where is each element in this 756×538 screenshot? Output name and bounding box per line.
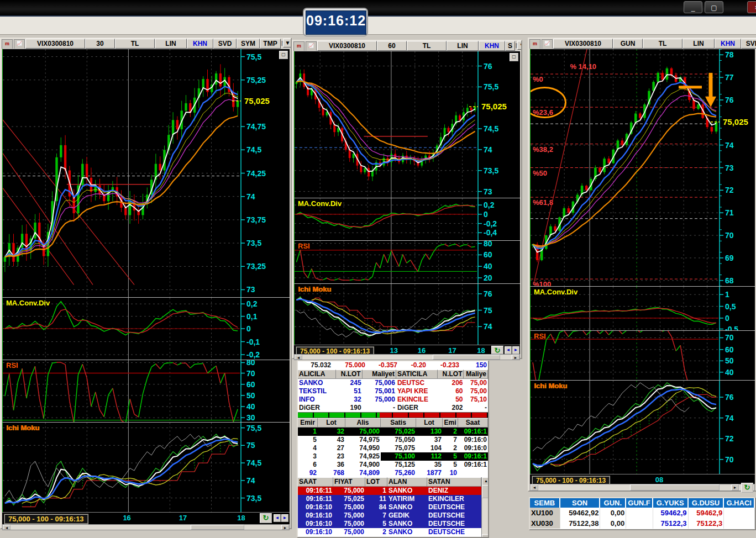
- scrollbar-right-arrow[interactable]: ►: [281, 525, 289, 530]
- depth-row[interactable]: 63674,90075,12535509:16:1: [298, 461, 488, 469]
- quote-cell: 59462,9: [653, 508, 689, 518]
- depth-row[interactable]: 13275,00075,025130209:16:1: [298, 428, 488, 436]
- quote-row-xu100[interactable]: XU10059462,920,0059462,959462,9: [530, 508, 755, 518]
- close-window-button[interactable]: ×: [747, 1, 756, 13]
- trades-scrollbar[interactable]: ▲ ▼: [481, 477, 489, 538]
- price-chart-pane[interactable]: ▢7675,574,57473,57375,025: [294, 51, 520, 198]
- rsi-pane[interactable]: 70605040RSI: [530, 330, 755, 380]
- symbol-button[interactable]: VIX0300810: [553, 39, 613, 49]
- trade-row[interactable]: 09:16:1075,0005SANKODEUTSCHE: [298, 520, 481, 528]
- period-button[interactable]: 30: [85, 39, 115, 49]
- toolbar-button-lin[interactable]: LIN: [447, 41, 479, 51]
- broker-row[interactable]: INFO3275,000EKINCILE5075,10: [298, 395, 488, 404]
- depth-cell: 112: [416, 452, 443, 461]
- dropdown-button[interactable]: ▼: [517, 41, 521, 50]
- refresh-button[interactable]: ↻: [260, 513, 272, 523]
- refresh-button[interactable]: ↻: [741, 483, 753, 493]
- scrollbar-thumb[interactable]: [191, 525, 244, 530]
- scrollbar-up-arrow[interactable]: ▲: [482, 477, 489, 486]
- trade-cell: 09:16:11: [298, 495, 333, 503]
- scroll-left-button[interactable]: ◄: [505, 346, 512, 354]
- svg-text:73,75: 73,75: [246, 215, 266, 224]
- symbol-button[interactable]: VIX0300810: [317, 41, 377, 51]
- svg-text:73: 73: [246, 285, 255, 294]
- quote-header-son[interactable]: SON: [560, 498, 601, 508]
- minimize-window-button[interactable]: _: [684, 1, 702, 13]
- toolbar-button-tl[interactable]: TL: [115, 39, 155, 49]
- window-titlebar[interactable]: m📈VIX030081060TLLINKHNSmatriks▼_▢×: [293, 41, 521, 51]
- quote-row-xu030[interactable]: XU03075122,380,0075122,375122,3: [530, 518, 755, 529]
- trade-row[interactable]: 09:16:1075,0007GEDIKDEUTSCHE: [298, 511, 481, 520]
- scrollbar-thumb[interactable]: [482, 485, 489, 498]
- toolbar-button-khn[interactable]: KHN: [479, 41, 505, 51]
- toolbar-button-svd[interactable]: SVD: [741, 39, 756, 49]
- quote-header-gun.[interactable]: GUN.: [600, 498, 626, 508]
- refresh-button[interactable]: ↻: [491, 346, 503, 354]
- scrollbar-right-arrow[interactable]: ►: [731, 484, 739, 490]
- toolbar-button-svd[interactable]: SVD: [213, 39, 237, 49]
- toolbar-button-khn[interactable]: KHN: [187, 39, 213, 49]
- period-button[interactable]: GUN: [613, 39, 643, 49]
- trade-row[interactable]: 09:16:1075,0002SANKODEUTSCHE: [298, 528, 481, 536]
- broker-row[interactable]: DiGER190-DiGER202-: [298, 404, 488, 412]
- toolbar-button-khn[interactable]: KHN: [715, 39, 741, 49]
- scrollbar-left-arrow[interactable]: ◄: [295, 355, 302, 360]
- quote-header-g.haci[interactable]: G.HACI: [724, 498, 755, 508]
- macd-pane[interactable]: 0,20,10-0,1-0,2MA.Conv.Div: [2, 297, 290, 360]
- scrollbar-thumb[interactable]: [630, 484, 720, 490]
- toolbar-button-s[interactable]: S: [505, 41, 515, 51]
- depth-row[interactable]: 32374,92575,100112509:16:1: [298, 452, 488, 461]
- period-button[interactable]: 60: [377, 41, 407, 51]
- depth-row[interactable]: 42774,95075,075104209:16:0: [298, 444, 488, 452]
- toolbar-button-sym[interactable]: SYM: [237, 39, 260, 49]
- macd-pane[interactable]: 0,20-0,2-0,4MA.Conv.Div: [294, 198, 520, 240]
- svg-text:75,025: 75,025: [723, 117, 748, 126]
- scroll-left-button[interactable]: ◄: [274, 514, 281, 522]
- scrollbar-left-arrow[interactable]: ◄: [3, 525, 11, 530]
- symbol-button[interactable]: VIX0300810: [25, 39, 85, 49]
- quote-header-semb[interactable]: SEMB: [530, 498, 560, 508]
- maximize-window-button[interactable]: ▢: [705, 1, 723, 13]
- trade-row[interactable]: 09:16:1175,0001SANKODENIZ: [298, 487, 481, 495]
- toolbar-button-lin[interactable]: LIN: [683, 39, 715, 49]
- depth-row[interactable]: 54374,97575,05037709:16:0: [298, 436, 488, 444]
- price-chart-pane[interactable]: %0%23,6%38,2%50%61,8%100% 14,10787776747…: [530, 49, 755, 286]
- horizontal-scrollbar[interactable]: ◄ ►: [2, 524, 290, 530]
- quote-header-g.dusu[interactable]: G.DUSU: [689, 498, 725, 508]
- macd-pane[interactable]: 10,50-0,5MA.Conv.Div: [530, 286, 755, 330]
- broker-header: N.LOT: [438, 370, 464, 379]
- toolbar-button-tl[interactable]: TL: [407, 41, 447, 51]
- quote-header-gun.f[interactable]: GUN.F: [626, 498, 653, 508]
- dropdown-button[interactable]: ▼: [283, 39, 291, 48]
- scrollbar-left-arrow[interactable]: ◄: [531, 484, 538, 490]
- horizontal-scrollbar[interactable]: ◄ ► ↻: [530, 484, 755, 491]
- ichimoku-pane[interactable]: 76747270Ichi Moku: [530, 380, 755, 474]
- toolbar-button-lin[interactable]: LIN: [155, 39, 187, 49]
- toolbar-button-tmp[interactable]: TMP: [260, 39, 281, 49]
- scrollbar-thumb[interactable]: [433, 355, 500, 360]
- quote-header-g.yuks[interactable]: G.YUKS: [653, 498, 689, 508]
- scroll-right-button[interactable]: ►: [281, 514, 288, 522]
- scrollbar-right-arrow[interactable]: ►: [512, 355, 519, 360]
- rsi-pane[interactable]: 807060504030RSI: [2, 360, 290, 422]
- ichimoku-pane[interactable]: 767574Ichi Moku: [294, 283, 520, 345]
- depth-cell: 27: [318, 444, 345, 452]
- trade-row[interactable]: 09:16:1075,00084SANKODEUTSCHE: [298, 503, 481, 511]
- broker-row[interactable]: TEKSTIL5175,001YAPI KRE6075,00: [298, 387, 488, 395]
- window-titlebar[interactable]: m📈VIX030081030TLLINKHNSVDSYMTMPmatriks▼_…: [1, 39, 291, 49]
- trade-row[interactable]: 09:16:1175,02511YATIRIMEKINCILER: [298, 495, 481, 503]
- restore-icon[interactable]: ▢: [279, 51, 288, 59]
- scrollbar-down-arrow[interactable]: ▼: [482, 534, 489, 538]
- scroll-right-button[interactable]: ►: [512, 346, 519, 354]
- trade-cell: EKINCILER: [427, 495, 481, 503]
- price-chart-pane[interactable]: ▢75,575,2574,7574,574,257473,7573,573,25…: [2, 49, 290, 297]
- window-titlebar[interactable]: m📈VIX0300810GUNTLLINKHNSVDmatriks▼_▢×: [529, 39, 756, 49]
- broker-row[interactable]: SANKO24575,006DEUTSC20675,00: [298, 379, 488, 387]
- chart-status-bar: 75,000 - 100 - 09:16:13 ↻ ◄ ► 161718: [2, 512, 290, 525]
- toolbar-button-tl[interactable]: TL: [643, 39, 683, 49]
- depth-cell: 75,000: [345, 428, 381, 436]
- ichimoku-pane[interactable]: 75,57574,57473,5Ichi Moku: [2, 422, 290, 512]
- horizontal-scrollbar[interactable]: ◄ ►: [294, 354, 520, 360]
- restore-icon[interactable]: ▢: [510, 53, 518, 61]
- rsi-pane[interactable]: 80604020RSI: [294, 240, 520, 283]
